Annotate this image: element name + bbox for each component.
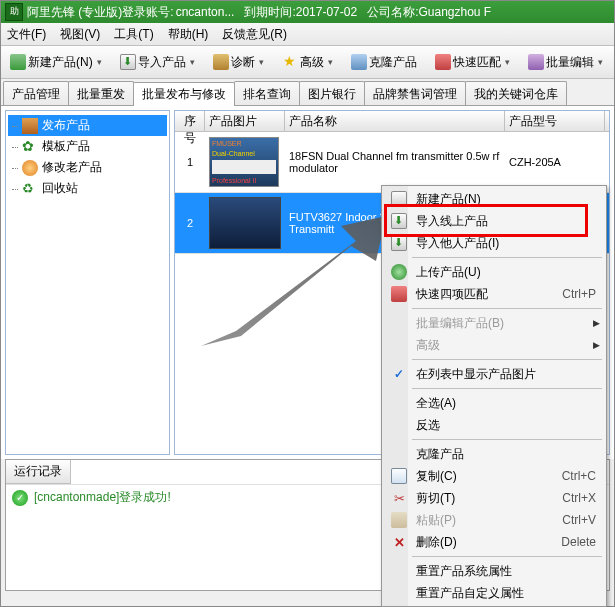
tb-adv[interactable]: ★高级▾ xyxy=(277,51,338,74)
check-icon: ✓ xyxy=(394,367,404,381)
separator xyxy=(412,359,602,360)
menubar: 文件(F) 视图(V) 工具(T) 帮助(H) 反馈意见(R) xyxy=(1,23,614,46)
quick-icon xyxy=(391,286,407,302)
separator xyxy=(412,388,602,389)
col-image[interactable]: 产品图片 xyxy=(205,111,285,131)
ctx-resetsys[interactable]: 重置产品系统属性 xyxy=(384,560,604,582)
col-model[interactable]: 产品型号 xyxy=(505,111,605,131)
quick-icon xyxy=(435,54,451,70)
tree-template[interactable]: ✿模板产品 xyxy=(8,136,167,157)
delete-icon: ✕ xyxy=(394,535,405,550)
ctx-cut[interactable]: ✂剪切(T)Ctrl+X xyxy=(384,487,604,509)
tb-diag[interactable]: 诊断▾ xyxy=(208,51,269,74)
tabstrip: 产品管理 批量重发 批量发布与修改 排名查询 图片银行 品牌禁售词管理 我的关键… xyxy=(1,79,614,106)
cell-seq: 1 xyxy=(175,154,205,170)
col-name[interactable]: 产品名称 xyxy=(285,111,505,131)
ctx-clone[interactable]: 克隆产品 xyxy=(384,443,604,465)
tab-keyword-store[interactable]: 我的关键词仓库 xyxy=(465,81,567,105)
ok-icon: ✓ xyxy=(12,490,28,506)
tree-recycle[interactable]: ♻回收站 xyxy=(8,178,167,199)
import-icon: ⬇ xyxy=(120,54,136,70)
menu-feedback[interactable]: 反馈意见(R) xyxy=(222,26,287,43)
product-thumb xyxy=(209,197,281,249)
cell-image xyxy=(205,195,285,251)
grid-header: 序号 产品图片 产品名称 产品型号 xyxy=(175,111,609,132)
ctx-quick4[interactable]: 快速四项匹配Ctrl+P xyxy=(384,283,604,305)
titlebar: 助 阿里先锋 (专业版)登录账号: cncanton... 到期时间: 2017… xyxy=(1,1,614,23)
ctx-import-online[interactable]: ⬇导入线上产品 xyxy=(384,210,604,232)
ctx-new[interactable]: 新建产品(N) xyxy=(384,188,604,210)
menu-view[interactable]: 视图(V) xyxy=(60,26,100,43)
tb-batch[interactable]: 批量编辑▾ xyxy=(523,51,608,74)
chevron-down-icon: ▾ xyxy=(190,57,195,67)
title-company-label: 公司名称: xyxy=(367,4,418,21)
menu-file[interactable]: 文件(F) xyxy=(7,26,46,43)
chevron-down-icon: ▾ xyxy=(328,57,333,67)
ctx-invert[interactable]: 反选 xyxy=(384,414,604,436)
diag-icon xyxy=(213,54,229,70)
menu-tool[interactable]: 工具(T) xyxy=(114,26,153,43)
separator xyxy=(412,308,602,309)
chevron-down-icon: ▾ xyxy=(97,57,102,67)
tb-clone[interactable]: 克隆产品 xyxy=(346,51,422,74)
menu-help[interactable]: 帮助(H) xyxy=(168,26,209,43)
copy-icon xyxy=(391,468,407,484)
tab-image-bank[interactable]: 图片银行 xyxy=(299,81,365,105)
title-expire-value: 2017-07-02 xyxy=(296,5,357,19)
tab-brand-mgmt[interactable]: 品牌禁售词管理 xyxy=(364,81,466,105)
ctx-showimg[interactable]: ✓在列表中显示产品图片 xyxy=(384,363,604,385)
tab-batch-publish[interactable]: 批量发布与修改 xyxy=(133,82,235,106)
cell-model: CZH-205A xyxy=(505,154,605,170)
tb-new[interactable]: 新建产品(N)▾ xyxy=(5,51,107,74)
log-tab[interactable]: 运行记录 xyxy=(6,460,71,484)
log-text: [cncantonmade]登录成功! xyxy=(34,489,171,506)
title-company-value: Guangzhou F xyxy=(418,5,491,19)
chevron-down-icon: ▾ xyxy=(505,57,510,67)
ctx-del[interactable]: ✕删除(D)Delete xyxy=(384,531,604,553)
context-menu: 新建产品(N) ⬇导入线上产品 ⬇导入他人产品(I) 上传产品(U) 快速四项匹… xyxy=(381,185,607,607)
title-account: cncanton... xyxy=(176,5,235,19)
ctx-selall[interactable]: 全选(A) xyxy=(384,392,604,414)
tree-publish[interactable]: 发布产品 xyxy=(8,115,167,136)
recycle-icon: ♻ xyxy=(22,181,38,197)
ctx-batch: 批量编辑产品(B)▶ xyxy=(384,312,604,334)
toolbar: 新建产品(N)▾ ⬇导入产品▾ 诊断▾ ★高级▾ 克隆产品 快速匹配▾ 批量编辑… xyxy=(1,46,614,79)
ctx-upload[interactable]: 上传产品(U) xyxy=(384,261,604,283)
title-app: 阿里先锋 (专业版)登录账号: xyxy=(27,4,174,21)
col-seq[interactable]: 序号 xyxy=(175,111,205,131)
chevron-down-icon: ▾ xyxy=(259,57,264,67)
import-icon: ⬇ xyxy=(391,235,407,251)
cell-seq: 2 xyxy=(175,215,205,231)
ctx-adv: 高级▶ xyxy=(384,334,604,356)
cell-image: FMUSER Dual-Channel Professional II xyxy=(205,135,285,189)
separator xyxy=(412,257,602,258)
tb-import[interactable]: ⬇导入产品▾ xyxy=(115,51,200,74)
clone-icon xyxy=(351,54,367,70)
title-expire-label: 到期时间: xyxy=(244,4,295,21)
tb-quick[interactable]: 快速匹配▾ xyxy=(430,51,515,74)
tab-rank-query[interactable]: 排名查询 xyxy=(234,81,300,105)
chevron-right-icon: ▶ xyxy=(593,340,600,350)
tab-batch-resend[interactable]: 批量重发 xyxy=(68,81,134,105)
ctx-import-other[interactable]: ⬇导入他人产品(I) xyxy=(384,232,604,254)
ctx-paste: 粘贴(P)Ctrl+V xyxy=(384,509,604,531)
tree-modify[interactable]: 修改老产品 xyxy=(8,157,167,178)
gear-icon: ✿ xyxy=(22,139,38,155)
paste-icon xyxy=(391,512,407,528)
ctx-copy[interactable]: 复制(C)Ctrl+C xyxy=(384,465,604,487)
tree-panel: 发布产品 ✿模板产品 修改老产品 ♻回收站 xyxy=(5,110,170,455)
box-icon xyxy=(22,118,38,134)
tab-product-mgmt[interactable]: 产品管理 xyxy=(3,81,69,105)
ctx-resetcust[interactable]: 重置产品自定义属性 xyxy=(384,582,604,604)
cut-icon: ✂ xyxy=(394,491,405,506)
import-icon: ⬇ xyxy=(391,213,407,229)
star-icon: ★ xyxy=(282,54,298,70)
chevron-right-icon: ▶ xyxy=(593,318,600,328)
new-icon xyxy=(10,54,26,70)
separator xyxy=(412,556,602,557)
new-icon xyxy=(391,191,407,207)
chevron-down-icon: ▾ xyxy=(598,57,603,67)
grid-row[interactable]: 1 FMUSER Dual-Channel Professional II 18… xyxy=(175,132,609,193)
batch-icon xyxy=(528,54,544,70)
app-icon: 助 xyxy=(5,3,23,21)
